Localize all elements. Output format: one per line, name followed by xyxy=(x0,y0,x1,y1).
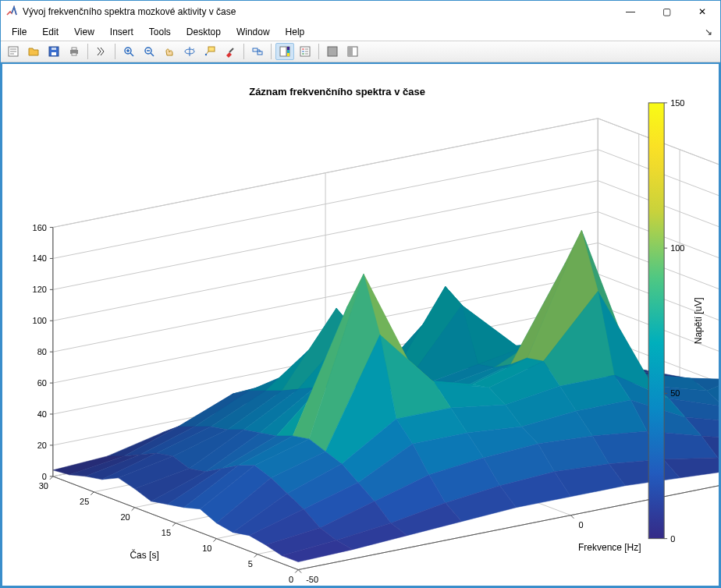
svg-text:0: 0 xyxy=(42,472,47,481)
svg-line-201 xyxy=(172,523,176,526)
rotate3d-icon[interactable] xyxy=(180,43,199,60)
dock-indicator-icon[interactable]: ↘ xyxy=(700,27,717,37)
maximize-button[interactable]: ▢ xyxy=(648,1,684,23)
svg-line-203 xyxy=(132,508,135,511)
svg-line-207 xyxy=(50,476,53,480)
figure-canvas[interactable]: 020406080100120140160051015202530-50050Č… xyxy=(1,62,720,587)
menu-bar: File Edit View Insert Tools Desktop Wind… xyxy=(1,23,720,41)
svg-text:10: 10 xyxy=(202,544,211,553)
hide-tools-icon[interactable] xyxy=(323,43,342,60)
maximize-icon: ▢ xyxy=(662,6,671,17)
menu-tools[interactable]: Tools xyxy=(141,25,179,39)
figure-window: Vývoj frekvenčního spektra mozkové aktiv… xyxy=(0,0,721,588)
minimize-button[interactable]: — xyxy=(613,1,648,23)
matlab-icon xyxy=(5,5,18,18)
svg-text:30: 30 xyxy=(39,481,48,491)
svg-line-197 xyxy=(254,554,258,558)
svg-rect-12 xyxy=(253,48,258,51)
link-icon[interactable] xyxy=(248,43,267,60)
x-axis-label: Čas [s] xyxy=(130,549,158,561)
toolbar-separator xyxy=(115,44,115,59)
toolbar-separator xyxy=(318,44,319,59)
svg-line-205 xyxy=(91,492,94,495)
svg-text:25: 25 xyxy=(80,497,89,506)
svg-text:100: 100 xyxy=(33,317,47,326)
svg-line-209 xyxy=(298,570,301,573)
new-figure-icon[interactable] xyxy=(4,43,23,60)
svg-text:5: 5 xyxy=(248,559,253,569)
svg-text:20: 20 xyxy=(37,441,47,450)
svg-text:15: 15 xyxy=(162,528,171,537)
y-axis-label: Frekvence [Hz] xyxy=(578,542,641,553)
figure-toolbar xyxy=(1,41,720,62)
menu-desktop[interactable]: Desktop xyxy=(179,25,229,39)
svg-line-211 xyxy=(570,515,574,519)
svg-rect-20 xyxy=(328,47,337,56)
svg-text:40: 40 xyxy=(37,409,47,419)
svg-text:150: 150 xyxy=(670,98,684,108)
plot-title: Záznam frekvenčního spektra v čase xyxy=(249,86,425,97)
menu-insert[interactable]: Insert xyxy=(102,25,141,39)
title-bar[interactable]: Vývoj frekvenčního spektra mozkové aktiv… xyxy=(1,1,720,23)
toolbar-separator xyxy=(87,44,88,59)
svg-text:0: 0 xyxy=(670,534,675,544)
edit-plot-icon[interactable] xyxy=(92,43,111,60)
svg-rect-6 xyxy=(72,53,76,55)
close-button[interactable]: ✕ xyxy=(684,1,720,23)
svg-text:-50: -50 xyxy=(306,575,318,584)
svg-rect-2 xyxy=(52,52,56,55)
colorbar-label: Napětí [uV] xyxy=(693,298,704,345)
svg-rect-5 xyxy=(72,48,76,50)
svg-text:100: 100 xyxy=(670,244,684,253)
svg-text:20: 20 xyxy=(120,512,130,522)
menu-window[interactable]: Window xyxy=(229,25,278,39)
colorbar-icon[interactable] xyxy=(275,43,294,60)
window-controls: — ▢ ✕ xyxy=(613,1,720,23)
svg-text:140: 140 xyxy=(33,254,47,264)
svg-text:0: 0 xyxy=(289,575,293,584)
svg-text:0: 0 xyxy=(578,520,583,530)
menu-help[interactable]: Help xyxy=(278,25,313,39)
zoom-in-icon[interactable] xyxy=(119,43,138,60)
svg-rect-17 xyxy=(287,50,289,53)
datatip-icon[interactable] xyxy=(201,43,219,60)
window-title: Vývoj frekvenčního spektra mozkové aktiv… xyxy=(23,6,613,17)
minimize-icon: — xyxy=(626,6,635,17)
zoom-out-icon[interactable] xyxy=(140,43,158,60)
brush-icon[interactable] xyxy=(221,43,240,60)
pan-icon[interactable] xyxy=(160,43,179,60)
svg-rect-10 xyxy=(208,47,215,51)
svg-rect-3 xyxy=(52,48,56,50)
svg-text:80: 80 xyxy=(37,348,47,357)
svg-line-195 xyxy=(295,570,298,573)
menu-file[interactable]: File xyxy=(4,25,34,39)
svg-line-199 xyxy=(213,539,216,542)
show-tools-icon[interactable] xyxy=(343,43,362,60)
close-icon: ✕ xyxy=(698,6,706,17)
svg-text:50: 50 xyxy=(670,389,680,398)
menu-edit[interactable]: Edit xyxy=(34,25,66,39)
print-icon[interactable] xyxy=(65,43,83,60)
legend-icon[interactable] xyxy=(296,43,314,60)
open-icon[interactable] xyxy=(24,43,43,60)
svg-text:60: 60 xyxy=(37,379,47,388)
svg-rect-14 xyxy=(280,47,286,56)
svg-text:160: 160 xyxy=(33,223,47,232)
svg-text:120: 120 xyxy=(33,285,47,295)
menu-view[interactable]: View xyxy=(66,25,102,39)
save-icon[interactable] xyxy=(44,43,63,60)
colorbar[interactable] xyxy=(648,103,664,539)
toolbar-separator xyxy=(243,44,244,59)
toolbar-separator xyxy=(271,44,272,59)
svg-rect-16 xyxy=(287,47,289,50)
svg-rect-18 xyxy=(287,53,289,56)
svg-rect-22 xyxy=(348,47,353,56)
svg-point-11 xyxy=(205,54,207,55)
